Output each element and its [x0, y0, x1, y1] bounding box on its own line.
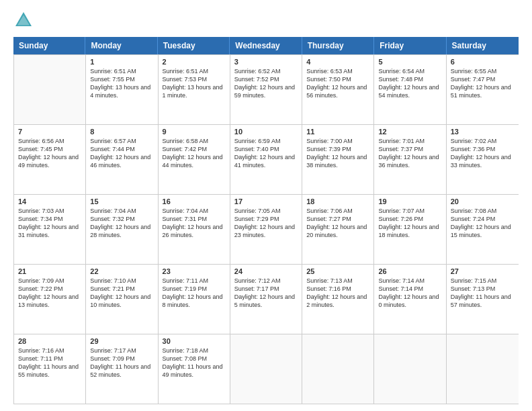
- day-number: 9: [163, 128, 226, 136]
- calendar-cell: 22Sunrise: 7:10 AMSunset: 7:21 PMDayligh…: [86, 265, 158, 334]
- cell-info: Sunrise: 6:51 AMSunset: 7:55 PMDaylight:…: [90, 67, 153, 100]
- day-number: 3: [234, 58, 298, 66]
- day-number: 16: [163, 197, 226, 205]
- cell-info: Sunrise: 7:13 AMSunset: 7:16 PMDaylight:…: [306, 277, 369, 310]
- calendar-cell: 9Sunrise: 6:58 AMSunset: 7:42 PMDaylight…: [159, 125, 230, 194]
- calendar-row: 28Sunrise: 7:16 AMSunset: 7:11 PMDayligh…: [14, 334, 519, 404]
- day-number: 28: [18, 337, 81, 345]
- calendar-body: 1Sunrise: 6:51 AMSunset: 7:55 PMDaylight…: [13, 54, 519, 404]
- day-number: 7: [18, 128, 81, 136]
- weekday-header: Wednesday: [230, 37, 302, 54]
- cell-info: Sunrise: 7:04 AMSunset: 7:32 PMDaylight:…: [90, 207, 153, 240]
- day-number: 23: [163, 267, 226, 275]
- day-number: 30: [163, 337, 226, 345]
- calendar-cell: 13Sunrise: 7:02 AMSunset: 7:36 PMDayligh…: [447, 125, 519, 194]
- calendar-cell: 2Sunrise: 6:51 AMSunset: 7:53 PMDaylight…: [159, 55, 230, 124]
- day-number: 19: [378, 197, 441, 205]
- weekday-header: Friday: [374, 37, 446, 54]
- calendar-cell: 29Sunrise: 7:17 AMSunset: 7:09 PMDayligh…: [86, 334, 158, 404]
- cell-info: Sunrise: 7:08 AMSunset: 7:24 PMDaylight:…: [451, 207, 515, 240]
- day-number: 2: [163, 58, 226, 66]
- day-number: 14: [18, 197, 81, 205]
- calendar-cell: 10Sunrise: 6:59 AMSunset: 7:40 PMDayligh…: [230, 125, 302, 194]
- cell-info: Sunrise: 7:11 AMSunset: 7:19 PMDaylight:…: [163, 277, 226, 310]
- calendar-header: SundayMondayTuesdayWednesdayThursdayFrid…: [13, 37, 519, 54]
- calendar-cell: 25Sunrise: 7:13 AMSunset: 7:16 PMDayligh…: [302, 265, 374, 334]
- day-number: 6: [451, 58, 515, 66]
- calendar-cell: [447, 334, 519, 404]
- calendar-cell: 27Sunrise: 7:15 AMSunset: 7:13 PMDayligh…: [447, 265, 519, 334]
- cell-info: Sunrise: 6:51 AMSunset: 7:53 PMDaylight:…: [163, 67, 226, 100]
- cell-info: Sunrise: 7:15 AMSunset: 7:13 PMDaylight:…: [451, 277, 515, 310]
- cell-info: Sunrise: 7:04 AMSunset: 7:31 PMDaylight:…: [163, 207, 226, 240]
- calendar-cell: 24Sunrise: 7:12 AMSunset: 7:17 PMDayligh…: [230, 265, 302, 334]
- cell-info: Sunrise: 7:01 AMSunset: 7:37 PMDaylight:…: [378, 137, 441, 170]
- calendar-cell: 21Sunrise: 7:09 AMSunset: 7:22 PMDayligh…: [14, 265, 86, 334]
- cell-info: Sunrise: 6:54 AMSunset: 7:48 PMDaylight:…: [378, 67, 441, 100]
- cell-info: Sunrise: 7:03 AMSunset: 7:34 PMDaylight:…: [18, 207, 81, 240]
- cell-info: Sunrise: 7:02 AMSunset: 7:36 PMDaylight:…: [451, 137, 515, 170]
- weekday-header: Tuesday: [158, 37, 230, 54]
- calendar-row: 7Sunrise: 6:56 AMSunset: 7:45 PMDaylight…: [14, 124, 519, 194]
- cell-info: Sunrise: 6:53 AMSunset: 7:50 PMDaylight:…: [306, 67, 369, 100]
- day-number: 25: [306, 267, 369, 275]
- calendar-cell: [374, 334, 446, 404]
- cell-info: Sunrise: 6:59 AMSunset: 7:40 PMDaylight:…: [234, 137, 298, 170]
- calendar-row: 21Sunrise: 7:09 AMSunset: 7:22 PMDayligh…: [14, 264, 519, 334]
- calendar-cell: 6Sunrise: 6:55 AMSunset: 7:47 PMDaylight…: [447, 55, 519, 124]
- calendar-cell: 20Sunrise: 7:08 AMSunset: 7:24 PMDayligh…: [447, 195, 519, 264]
- day-number: 17: [234, 197, 298, 205]
- day-number: 12: [378, 128, 441, 136]
- calendar-cell: 8Sunrise: 6:57 AMSunset: 7:44 PMDaylight…: [86, 125, 158, 194]
- day-number: 26: [378, 267, 441, 275]
- cell-info: Sunrise: 6:52 AMSunset: 7:52 PMDaylight:…: [234, 67, 298, 100]
- day-number: 13: [451, 128, 515, 136]
- cell-info: Sunrise: 6:55 AMSunset: 7:47 PMDaylight:…: [451, 67, 515, 100]
- calendar-cell: [302, 334, 374, 404]
- day-number: 24: [234, 267, 298, 275]
- cell-info: Sunrise: 7:12 AMSunset: 7:17 PMDaylight:…: [234, 277, 298, 310]
- calendar-cell: [230, 334, 302, 404]
- calendar-cell: 15Sunrise: 7:04 AMSunset: 7:32 PMDayligh…: [86, 195, 158, 264]
- calendar-row: 1Sunrise: 6:51 AMSunset: 7:55 PMDaylight…: [14, 54, 519, 124]
- cell-info: Sunrise: 7:18 AMSunset: 7:08 PMDaylight:…: [163, 347, 226, 379]
- day-number: 27: [451, 267, 515, 275]
- day-number: 1: [90, 58, 153, 66]
- calendar-cell: 26Sunrise: 7:14 AMSunset: 7:14 PMDayligh…: [374, 265, 446, 334]
- calendar-cell: 14Sunrise: 7:03 AMSunset: 7:34 PMDayligh…: [14, 195, 86, 264]
- day-number: 10: [234, 128, 298, 136]
- day-number: 5: [378, 58, 441, 66]
- header: [13, 10, 519, 30]
- cell-info: Sunrise: 7:00 AMSunset: 7:39 PMDaylight:…: [306, 137, 369, 170]
- day-number: 20: [451, 197, 515, 205]
- calendar-cell: 4Sunrise: 6:53 AMSunset: 7:50 PMDaylight…: [302, 55, 374, 124]
- day-number: 22: [90, 267, 153, 275]
- cell-info: Sunrise: 7:06 AMSunset: 7:27 PMDaylight:…: [306, 207, 369, 240]
- calendar-cell: 7Sunrise: 6:56 AMSunset: 7:45 PMDaylight…: [14, 125, 86, 194]
- logo-icon: [13, 10, 34, 30]
- cell-info: Sunrise: 7:17 AMSunset: 7:09 PMDaylight:…: [90, 347, 153, 379]
- calendar-row: 14Sunrise: 7:03 AMSunset: 7:34 PMDayligh…: [14, 194, 519, 264]
- cell-info: Sunrise: 6:57 AMSunset: 7:44 PMDaylight:…: [90, 137, 153, 170]
- calendar-cell: 16Sunrise: 7:04 AMSunset: 7:31 PMDayligh…: [159, 195, 230, 264]
- calendar-cell: 18Sunrise: 7:06 AMSunset: 7:27 PMDayligh…: [302, 195, 374, 264]
- calendar-cell: 3Sunrise: 6:52 AMSunset: 7:52 PMDaylight…: [230, 55, 302, 124]
- day-number: 4: [306, 58, 369, 66]
- cell-info: Sunrise: 7:10 AMSunset: 7:21 PMDaylight:…: [90, 277, 153, 310]
- weekday-header: Monday: [85, 37, 157, 54]
- calendar-cell: [14, 55, 86, 124]
- calendar-cell: 28Sunrise: 7:16 AMSunset: 7:11 PMDayligh…: [14, 334, 86, 404]
- calendar-cell: 30Sunrise: 7:18 AMSunset: 7:08 PMDayligh…: [159, 334, 230, 404]
- calendar-cell: 11Sunrise: 7:00 AMSunset: 7:39 PMDayligh…: [302, 125, 374, 194]
- cell-info: Sunrise: 7:07 AMSunset: 7:26 PMDaylight:…: [378, 207, 441, 240]
- day-number: 18: [306, 197, 369, 205]
- cell-info: Sunrise: 7:16 AMSunset: 7:11 PMDaylight:…: [18, 347, 81, 379]
- day-number: 15: [90, 197, 153, 205]
- weekday-header: Sunday: [13, 37, 85, 54]
- calendar-cell: 19Sunrise: 7:07 AMSunset: 7:26 PMDayligh…: [374, 195, 446, 264]
- calendar-cell: 12Sunrise: 7:01 AMSunset: 7:37 PMDayligh…: [374, 125, 446, 194]
- cell-info: Sunrise: 7:14 AMSunset: 7:14 PMDaylight:…: [378, 277, 441, 310]
- calendar: SundayMondayTuesdayWednesdayThursdayFrid…: [13, 37, 519, 404]
- day-number: 29: [90, 337, 153, 345]
- calendar-cell: 17Sunrise: 7:05 AMSunset: 7:29 PMDayligh…: [230, 195, 302, 264]
